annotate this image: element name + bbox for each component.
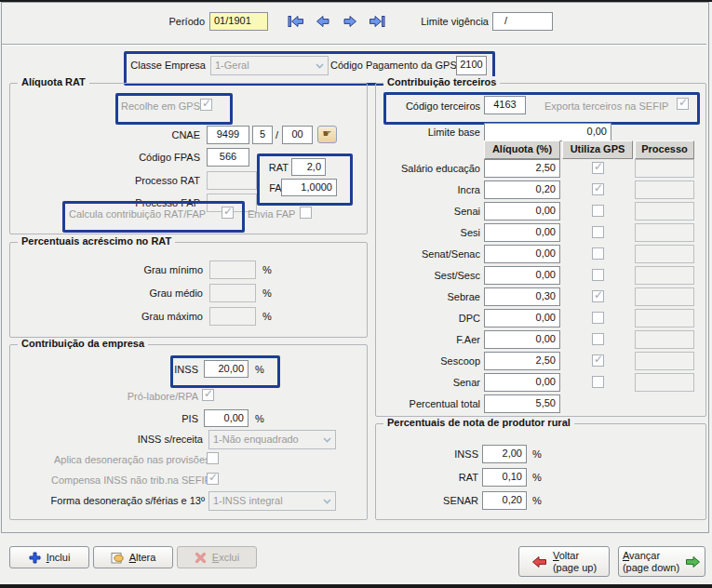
- row-label-sesi: Sesi: [354, 227, 480, 239]
- processo-input-sesi: [635, 223, 694, 242]
- column-header-aliquota: Alíquota (%): [484, 140, 560, 159]
- limite-base-input[interactable]: 0,00: [484, 123, 611, 141]
- aliquota-input-senai[interactable]: 0,00: [484, 202, 560, 220]
- altera-button[interactable]: Altera: [93, 546, 173, 568]
- aliquota-input-salario-educacao[interactable]: 2,50: [484, 159, 560, 178]
- inss-receita-select: 1-Não enquadrado: [208, 430, 336, 449]
- gps-checkbox-senai: [592, 205, 604, 217]
- grau-medio-label: Grau médio: [110, 287, 203, 300]
- processo-rat-input: [207, 171, 257, 190]
- avancar-button[interactable]: Avançar (page down): [618, 546, 705, 577]
- forma-desoneracao-value: 1-INSS integral: [213, 495, 283, 506]
- voltar-button[interactable]: Voltar (page up): [518, 546, 610, 577]
- rural-rat-percent: %: [532, 472, 545, 484]
- previous-record-icon: [316, 15, 330, 28]
- altera-button-label: Altera: [129, 552, 156, 563]
- acrescimo-rat-title: Percentuais acréscimo no RAT: [18, 235, 175, 247]
- exporta-sefip-label: Exporta terceiros na SEFIP: [544, 100, 675, 113]
- column-header-utiliza-gps: Utiliza GPS: [562, 140, 633, 159]
- cnae-lookup-button[interactable]: ☛: [317, 126, 337, 143]
- limite-vigencia-label: Limite vigência: [396, 16, 489, 28]
- prolabore-checkbox: [202, 389, 214, 401]
- nav-next-button[interactable]: [339, 12, 361, 31]
- periodo-input[interactable]: 01/1901: [209, 12, 268, 31]
- envia-fap-label: Envia FAP: [248, 208, 298, 220]
- processo-input-sescoop: [635, 352, 694, 370]
- inss-input[interactable]: 20,00: [204, 360, 249, 378]
- chevron-down-icon: [323, 437, 331, 443]
- aliquota-input-dpc[interactable]: 0,00: [484, 309, 560, 327]
- recolhe-gps-label: Recolhe em GPS: [121, 100, 195, 113]
- cnae-label: CNAE: [144, 129, 200, 141]
- aliquota-input-sebrae[interactable]: 0,30: [484, 287, 560, 306]
- rat-label: RAT: [262, 162, 289, 174]
- limite-vigencia-input[interactable]: /: [492, 12, 553, 31]
- gps-checkbox-sescoop: [592, 354, 604, 367]
- rural-inss-percent: %: [532, 448, 545, 461]
- compensa-inss-checkbox: [207, 473, 219, 485]
- rural-rat-input[interactable]: 0,10: [482, 468, 527, 487]
- cnae-part1-input[interactable]: 9499: [207, 126, 249, 144]
- rat-input[interactable]: 2,0: [291, 158, 326, 176]
- first-record-icon: [288, 15, 304, 28]
- processo-input-senat-senac: [635, 245, 694, 263]
- contribuicao-empresa-title: Contribuição da empresa: [18, 338, 148, 349]
- nav-first-button[interactable]: [285, 12, 307, 31]
- nav-previous-button[interactable]: [312, 12, 334, 31]
- row-label-sest-sesc: Sest/Sesc: [354, 270, 480, 282]
- exclui-button: Exclui: [177, 546, 257, 568]
- voltar-button-sublabel: (page up): [553, 562, 597, 574]
- row-label-salario-educacao: Salário educação: [354, 163, 480, 175]
- arrow-left-icon: [531, 555, 547, 568]
- exclui-button-label: Exclui: [212, 552, 239, 563]
- codigo-fpas-label: Código FPAS: [126, 152, 200, 164]
- inss-receita-value: 1-Não enquadrado: [213, 434, 299, 445]
- avancar-button-sublabel: (page down): [623, 562, 679, 574]
- limite-base-label: Limite base: [389, 127, 480, 139]
- codigo-terceiros-input[interactable]: 4163: [484, 96, 526, 114]
- aliquota-input-senat-senac[interactable]: 0,00: [484, 245, 560, 263]
- aliquota-input-sesi[interactable]: 0,00: [484, 223, 560, 242]
- processo-input-sest-sesc: [635, 266, 694, 285]
- row-label-sescoop: Sescoop: [354, 355, 480, 368]
- inss-label: INSS: [174, 364, 198, 376]
- codigo-fpas-input[interactable]: 566: [207, 148, 249, 167]
- column-header-processo: Processo: [635, 140, 694, 159]
- calcula-rat-fap-label: Calcula contribuição RAT/FAP: [69, 208, 218, 220]
- processo-input-faer: [635, 330, 694, 349]
- next-record-icon: [343, 15, 357, 28]
- processo-input-dpc: [635, 309, 694, 327]
- inss-percent: %: [255, 364, 268, 376]
- aliquota-input-faer[interactable]: 0,00: [484, 330, 560, 349]
- processo-input-senai: [635, 202, 694, 220]
- cnae-part3-input[interactable]: 00: [282, 126, 313, 144]
- codigo-pagamento-gps-input[interactable]: 2100: [456, 56, 487, 75]
- nav-last-button[interactable]: [366, 12, 388, 31]
- processo-rat-label: Processo RAT: [126, 175, 200, 187]
- inclui-button-label: Inclui: [47, 552, 71, 563]
- avancar-button-label: Avançar: [623, 550, 660, 562]
- aliquota-input-sescoop[interactable]: 2,50: [484, 352, 560, 370]
- pis-label: PIS: [174, 413, 198, 425]
- aliquota-input-incra[interactable]: 0,20: [484, 180, 560, 199]
- gps-checkbox-salario-educacao: [592, 162, 604, 174]
- aliquota-input-sest-sesc[interactable]: 0,00: [484, 266, 560, 285]
- contribuicao-terceiros-title: Contribuição terceiros: [383, 76, 500, 87]
- classe-empresa-select: 1-Geral: [210, 56, 329, 75]
- fap-input[interactable]: 1,0000: [281, 179, 337, 196]
- plus-icon: [29, 552, 41, 564]
- grau-maximo-percent: %: [262, 311, 275, 323]
- aliquota-input-senar[interactable]: 0,00: [484, 373, 560, 392]
- rural-senar-percent: %: [532, 495, 545, 507]
- grau-maximo-input: [209, 307, 256, 326]
- pis-input[interactable]: 0,00: [204, 409, 249, 427]
- rural-inss-input[interactable]: 2,00: [482, 445, 527, 463]
- forma-desoneracao-label: Forma desoneração s/férias e 13º: [49, 495, 205, 507]
- rural-senar-input[interactable]: 0,20: [482, 491, 527, 510]
- forma-desoneracao-select: 1-INSS integral: [208, 491, 336, 511]
- processo-input-senar: [635, 373, 694, 392]
- grau-minimo-input: [209, 261, 256, 279]
- rural-rat-label: RAT: [389, 472, 478, 484]
- cnae-part2-input[interactable]: 5: [252, 126, 273, 144]
- inclui-button[interactable]: Inclui: [9, 546, 89, 568]
